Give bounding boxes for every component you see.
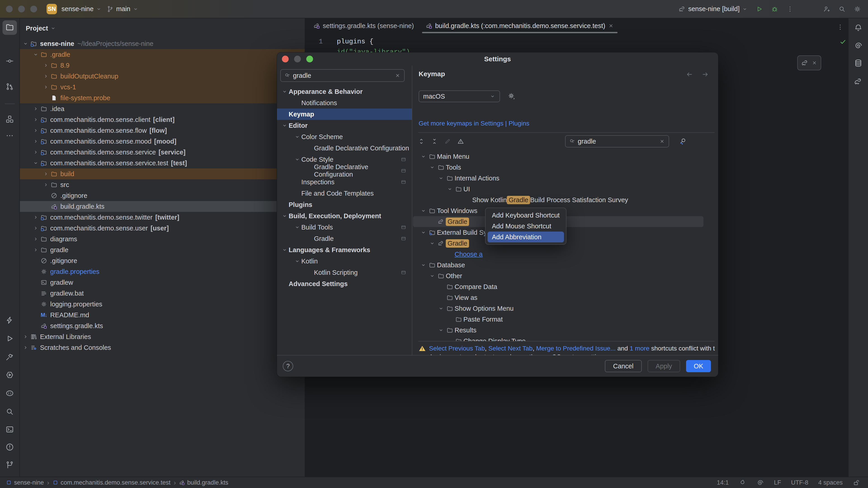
close-icon[interactable] [811, 60, 817, 66]
services-tool-button[interactable] [2, 368, 17, 383]
keymap-tree-row[interactable]: Choose a [413, 249, 704, 260]
chevron-down-icon[interactable] [437, 306, 445, 311]
build-output-button[interactable] [2, 350, 17, 365]
grazie-icon[interactable] [739, 479, 746, 486]
settings-nav-item[interactable]: Editor [277, 120, 412, 131]
chevron-right-icon[interactable] [22, 345, 29, 350]
chevron-right-icon[interactable] [32, 236, 39, 242]
indent-size[interactable]: 4 spaces [818, 479, 843, 486]
project-selector[interactable]: sense-nine [61, 5, 102, 13]
keymap-scheme-select[interactable]: macOS [418, 90, 500, 102]
keymap-tree-row[interactable]: Internal Actions [413, 173, 704, 184]
project-tree-row[interactable]: Scratches and Consoles [20, 342, 305, 353]
more-actions-button[interactable] [786, 5, 794, 13]
chevron-down-icon[interactable] [428, 164, 436, 170]
build-tool-button[interactable] [2, 313, 17, 328]
chevron-down-icon[interactable] [32, 52, 39, 57]
keymap-scheme-options-button[interactable] [508, 92, 515, 100]
chevron-down-icon[interactable] [281, 247, 289, 253]
settings-nav-item[interactable]: Keymap [277, 109, 412, 120]
project-tree-row[interactable]: gradle.properties [20, 266, 305, 277]
expand-all-button[interactable] [417, 137, 426, 146]
chevron-right-icon[interactable] [32, 247, 39, 253]
project-tree-row[interactable]: gradle [20, 244, 305, 255]
more-tools-button[interactable] [2, 129, 17, 143]
commit-tool-button[interactable] [2, 54, 17, 69]
chevron-down-icon[interactable] [281, 213, 289, 219]
clear-search-icon[interactable] [659, 139, 665, 144]
chevron-down-icon[interactable] [293, 258, 301, 264]
chevron-down-icon[interactable] [293, 224, 301, 230]
conflict-shortcut-link[interactable]: Merge to Predefined Issue... [536, 345, 616, 352]
ide-settings-button[interactable] [854, 5, 861, 13]
find-tool-button[interactable] [2, 405, 17, 419]
window-controls[interactable] [6, 6, 37, 12]
close-window-button[interactable] [6, 6, 13, 12]
keymap-tree-row[interactable]: Other [413, 271, 704, 281]
chevron-right-icon[interactable] [32, 225, 39, 231]
line-ending[interactable]: LF [774, 479, 781, 486]
conflict-shortcut-link[interactable]: Select Next Tab [489, 345, 533, 352]
settings-nav-item[interactable]: Gradle Declarative Configuration [277, 143, 412, 154]
settings-nav-item[interactable]: Build Tools [277, 222, 412, 233]
chevron-down-icon[interactable] [437, 327, 445, 333]
readonly-toggle-icon[interactable] [852, 479, 860, 486]
chevron-right-icon[interactable] [32, 214, 39, 220]
conflict-shortcut-link[interactable]: Select Previous Tab [429, 345, 485, 352]
project-tree-row[interactable]: com.mechanitis.demo.sense.service.test[t… [20, 158, 305, 169]
chevron-right-icon[interactable] [42, 84, 50, 90]
get-more-keymaps-link[interactable]: Get more keymaps in Settings [418, 120, 503, 127]
tab-options-button[interactable] [836, 23, 844, 31]
chevron-right-icon[interactable] [32, 149, 39, 155]
breadcrumb-item[interactable]: sense-nine [6, 479, 44, 486]
chevron-down-icon[interactable] [293, 156, 301, 162]
terminal-tool-button[interactable] [2, 423, 17, 437]
project-tree-row[interactable]: gradlew.bat [20, 288, 305, 299]
settings-nav-item[interactable]: Kotlin [277, 255, 412, 267]
project-tree-row[interactable]: file-system.probe [20, 92, 305, 103]
zoom-window-button[interactable] [30, 6, 37, 12]
settings-nav-item[interactable]: Languages & Frameworks [277, 244, 412, 255]
chevron-right-icon[interactable] [42, 73, 50, 79]
branch-selector[interactable]: main [106, 5, 138, 13]
chevron-right-icon[interactable] [32, 106, 39, 112]
keymap-tree-row[interactable]: Paste Format [413, 314, 704, 325]
settings-nav-item[interactable]: Appearance & Behavior [277, 86, 412, 97]
project-tree-row[interactable]: M↓README.md [20, 310, 305, 321]
chevron-down-icon[interactable] [50, 25, 56, 31]
project-tree-row[interactable]: gradlew [20, 277, 305, 288]
settings-nav-item[interactable]: Advanced Settings [277, 278, 412, 289]
project-tree-row[interactable]: com.mechanitis.demo.sense.twitter[twitte… [20, 212, 305, 223]
keymap-tree-row[interactable]: Tools [413, 162, 704, 173]
keymap-search-input[interactable] [578, 138, 656, 145]
context-menu-item[interactable]: Add Keyboard Shortcut [486, 210, 566, 221]
keymap-action-link[interactable]: Choose a [455, 250, 483, 258]
project-tree-row[interactable]: settings.gradle.kts [20, 321, 305, 331]
settings-nav-item[interactable]: Color Scheme [277, 131, 412, 143]
structure-tool-button[interactable] [2, 112, 17, 127]
settings-search-field[interactable] [280, 69, 405, 82]
find-by-shortcut-button[interactable] [679, 138, 687, 145]
project-tree-row[interactable]: com.mechanitis.demo.sense.service[servic… [20, 147, 305, 158]
context-menu-item[interactable]: Add Abbreviation [488, 232, 564, 242]
chevron-down-icon[interactable] [419, 154, 428, 159]
keymap-tree-row[interactable]: Show Kotlin Gradle Build Process Satisfa… [413, 194, 704, 205]
gradle-tool-button[interactable] [851, 74, 866, 89]
debug-button[interactable] [771, 5, 778, 13]
problems-tool-button[interactable] [2, 440, 17, 455]
caret-position[interactable]: 14:1 [717, 479, 729, 486]
inspections-ok-icon[interactable] [839, 38, 847, 46]
run-button[interactable] [755, 5, 763, 13]
keymap-tree-row[interactable]: Change Display Type [413, 336, 704, 341]
meet-tool-button[interactable] [2, 387, 17, 401]
settings-search-input[interactable] [293, 72, 392, 80]
chevron-down-icon[interactable] [428, 273, 436, 279]
project-tree-row[interactable]: sense-nine~/IdeaProjects/sense-nine [20, 38, 305, 49]
keymap-tree-row[interactable]: View as [413, 292, 704, 303]
chevron-right-icon[interactable] [42, 182, 50, 188]
code-with-me-button[interactable] [823, 5, 831, 13]
version-control-button[interactable] [2, 458, 17, 472]
keymap-tree-row[interactable]: UI [413, 184, 704, 194]
settings-nav-item[interactable]: Plugins [277, 199, 412, 210]
keymap-tree-row[interactable]: Database [413, 260, 704, 271]
